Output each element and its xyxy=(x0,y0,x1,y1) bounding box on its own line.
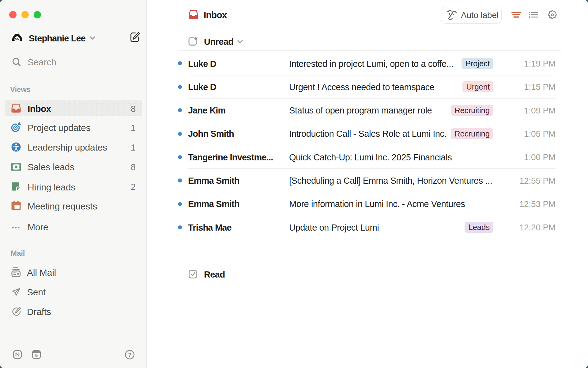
svg-text:6: 6 xyxy=(35,353,38,358)
svg-text:?: ? xyxy=(128,352,131,358)
